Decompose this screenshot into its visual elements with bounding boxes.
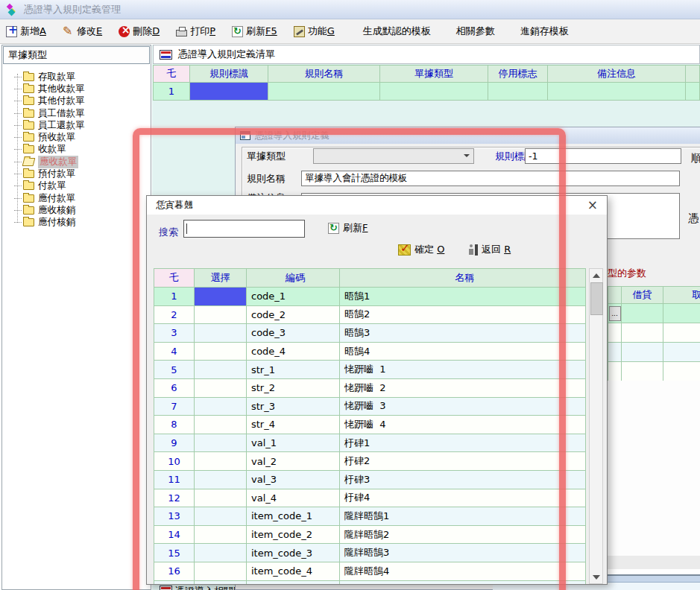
popup-code-cell[interactable]: item_code_1 — [247, 507, 340, 526]
popup-table-row[interactable]: 5 str_1 恅趼嚙 1 — [154, 361, 586, 379]
popup-name-cell[interactable]: 杅硉3 — [340, 471, 586, 489]
popup-refresh-button[interactable]: 刷新F — [328, 221, 368, 235]
popup-table-row[interactable]: 10 val_2 杅硉2 — [154, 452, 586, 471]
doc-type-combobox[interactable] — [313, 148, 474, 164]
toolbar-button[interactable]: 功能G — [294, 25, 335, 38]
popup-select-cell[interactable] — [195, 416, 247, 434]
popup-code-cell[interactable]: str_1 — [247, 361, 340, 379]
popup-table-row[interactable]: 8 str_4 恅趼嚙 4 — [154, 416, 586, 434]
popup-select-cell[interactable] — [195, 544, 247, 562]
toolbar-text-button[interactable]: 相關參數 — [456, 25, 495, 38]
popup-table-row[interactable]: 3 code_3 晤鵠3 — [154, 324, 586, 343]
doc-type-cell[interactable] — [380, 83, 488, 101]
scroll-up-icon[interactable] — [590, 269, 602, 282]
popup-name-cell[interactable]: 晤鵠2 — [340, 306, 586, 325]
popup-table-row[interactable]: 9 val_1 杅硉1 — [154, 434, 586, 453]
tree-item[interactable]: 應收款單 — [14, 156, 151, 168]
popup-code-cell[interactable]: str_2 — [247, 379, 340, 398]
tree-item[interactable]: 付款單 — [14, 180, 151, 192]
rule-list-row[interactable]: 1 — [153, 83, 700, 101]
popup-name-cell[interactable]: 杅硉1 — [340, 434, 586, 453]
more-button[interactable]: ... — [609, 306, 621, 321]
popup-table-row[interactable]: 13 item_code_1 隴牉晤鵠1 — [154, 507, 586, 526]
popup-code-cell[interactable]: item_code_2 — [247, 526, 340, 545]
popup-table-row[interactable]: 2 code_2 晤鵠2 — [154, 306, 586, 325]
popup-code-cell[interactable]: code_2 — [247, 306, 340, 325]
popup-select-cell[interactable] — [195, 507, 247, 526]
popup-code-cell[interactable]: item_code_4 — [247, 562, 340, 581]
popup-select-cell[interactable] — [195, 398, 247, 416]
popup-select-cell[interactable] — [195, 379, 247, 398]
popup-select-cell[interactable] — [195, 361, 247, 379]
disabled-flag-cell[interactable] — [488, 83, 548, 101]
popup-table-row[interactable]: 12 val_4 杅硉4 — [154, 489, 586, 508]
popup-name-cell[interactable]: 隴牉晤鵠2 — [340, 526, 586, 545]
popup-select-cell[interactable] — [195, 452, 247, 471]
popup-code-cell[interactable]: val_4 — [247, 489, 340, 508]
popup-select-cell[interactable] — [195, 306, 247, 325]
ok-button[interactable]: 確定 O — [398, 243, 444, 256]
tree-item[interactable]: 其他付款單 — [14, 95, 151, 107]
scroll-down-icon[interactable] — [590, 571, 602, 583]
popup-table-row[interactable]: 17 item_str_1 隴牉恅趼嚙 1 — [154, 581, 586, 585]
toolbar-text-button[interactable]: 進銷存模板 — [520, 25, 569, 38]
popup-code-cell[interactable]: val_2 — [247, 452, 340, 471]
toolbar-button[interactable]: 修改E — [63, 25, 102, 38]
tree-item[interactable]: 應付核銷 — [14, 217, 151, 229]
popup-name-cell[interactable]: 杅硉2 — [340, 452, 586, 471]
popup-select-cell[interactable] — [195, 324, 247, 343]
popup-select-cell[interactable] — [195, 489, 247, 508]
popup-table-row[interactable]: 16 item_code_4 隴牉晤鵠4 — [154, 562, 586, 581]
popup-select-cell[interactable] — [195, 434, 247, 453]
search-input[interactable] — [183, 220, 305, 238]
popup-name-cell[interactable]: 晤鵠4 — [340, 343, 586, 361]
popup-name-cell[interactable]: 隴牉晤鵠4 — [340, 562, 586, 581]
popup-table-row[interactable]: 11 val_3 杅硉3 — [154, 471, 586, 489]
popup-code-cell[interactable]: item_code_3 — [247, 544, 340, 562]
tree-item[interactable]: 應付款單 — [14, 192, 151, 204]
popup-select-cell[interactable] — [195, 471, 247, 489]
scrollbar-thumb[interactable] — [590, 282, 603, 315]
popup-table-row[interactable]: 6 str_2 恅趼嚙 2 — [154, 379, 586, 398]
toolbar-button[interactable]: 刷新F5 — [232, 25, 277, 38]
popup-name-cell[interactable]: 恅趼嚙 3 — [340, 398, 586, 416]
popup-table-row[interactable]: 1 code_1 晤鵠1 — [154, 288, 586, 306]
popup-select-cell[interactable] — [195, 526, 247, 545]
tree-item[interactable]: 收款單 — [14, 144, 151, 156]
popup-select-cell[interactable] — [195, 288, 247, 306]
popup-name-cell[interactable]: 隴牉恅趼嚙 1 — [340, 581, 586, 585]
popup-select-cell[interactable] — [195, 581, 247, 585]
popup-code-cell[interactable]: str_3 — [247, 398, 340, 416]
tree-item[interactable]: 存取款單 — [14, 71, 151, 83]
toolbar-button[interactable]: 新增A — [6, 25, 46, 38]
tree-item[interactable]: 預收款單 — [14, 131, 151, 143]
tree-item[interactable]: 預付款單 — [14, 168, 151, 180]
popup-name-cell[interactable]: 恅趼嚙 4 — [340, 416, 586, 434]
popup-name-cell[interactable]: 隴牉晤鵠3 — [340, 544, 586, 562]
toolbar-text-button[interactable]: 生成默認的模板 — [363, 25, 431, 38]
popup-select-cell[interactable] — [195, 562, 247, 581]
remark-cell[interactable] — [548, 83, 686, 101]
popup-table-row[interactable]: 15 item_code_3 隴牉晤鵠3 — [154, 544, 586, 562]
popup-name-cell[interactable]: 恅趼嚙 1 — [340, 361, 586, 379]
popup-table-row[interactable]: 7 str_3 恅趼嚙 3 — [154, 398, 586, 416]
tree-item[interactable]: 應收核銷 — [14, 204, 151, 216]
popup-code-cell[interactable]: val_3 — [247, 471, 340, 489]
tree-item[interactable]: 其他收款單 — [14, 83, 151, 95]
popup-name-cell[interactable]: 隴牉晤鵠1 — [340, 507, 586, 526]
popup-code-cell[interactable]: code_3 — [247, 324, 340, 343]
popup-code-cell[interactable]: code_4 — [247, 343, 340, 361]
close-icon[interactable]: × — [587, 199, 598, 212]
popup-scrollbar[interactable] — [589, 268, 603, 584]
rule-name-input[interactable]: 單據導入會計憑證的模板 — [301, 171, 680, 186]
popup-name-cell[interactable]: 恅趼嚙 2 — [340, 379, 586, 398]
popup-code-cell[interactable]: code_1 — [247, 288, 340, 306]
rule-name-cell[interactable] — [268, 83, 380, 101]
popup-select-cell[interactable] — [195, 343, 247, 361]
tree-item[interactable]: 員工還款單 — [14, 119, 151, 131]
popup-table-row[interactable]: 14 item_code_2 隴牉晤鵠2 — [154, 526, 586, 545]
toolbar-button[interactable]: 刪除D — [119, 25, 160, 38]
tree-item[interactable]: 員工借款單 — [14, 107, 151, 119]
popup-name-cell[interactable]: 晤鵠1 — [340, 288, 586, 306]
popup-name-cell[interactable]: 杅硉4 — [340, 489, 586, 508]
